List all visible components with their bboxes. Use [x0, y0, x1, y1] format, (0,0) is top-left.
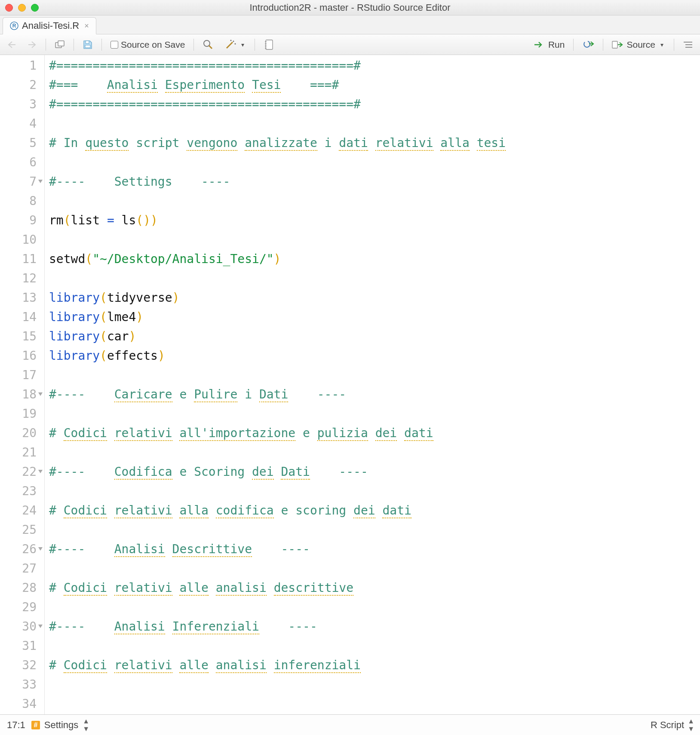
line-gutter[interactable]: 1234567891011121314151617181920212223242…: [0, 55, 45, 714]
code-line[interactable]: library(lme4): [49, 307, 700, 327]
search-icon: [203, 39, 214, 50]
code-line[interactable]: # Codici relativi alla codifica e scorin…: [49, 501, 700, 520]
line-number[interactable]: 14: [0, 307, 44, 327]
updown-icon: ▲▼: [83, 717, 88, 733]
filetype-label[interactable]: R Script: [651, 720, 684, 731]
outline-button[interactable]: [680, 39, 696, 51]
line-number[interactable]: 12: [0, 269, 44, 288]
line-number[interactable]: 32: [0, 655, 44, 675]
code-line[interactable]: [49, 153, 700, 172]
code-line[interactable]: setwd("~/Desktop/Analisi_Tesi/"): [49, 249, 700, 269]
line-number[interactable]: 25: [0, 520, 44, 539]
line-number[interactable]: 27: [0, 559, 44, 578]
line-number[interactable]: 15: [0, 327, 44, 346]
rerun-button[interactable]: [580, 39, 597, 51]
line-number[interactable]: 31: [0, 636, 44, 655]
code-line[interactable]: [49, 365, 700, 385]
line-number[interactable]: 16: [0, 346, 44, 365]
line-number[interactable]: 11: [0, 249, 44, 269]
code-line[interactable]: [49, 694, 700, 714]
compile-report-button[interactable]: [261, 37, 276, 52]
line-number[interactable]: 13: [0, 288, 44, 307]
chevron-down-icon: ▾: [659, 41, 665, 48]
code-line[interactable]: #=== Analisi Esperimento Tesi ===#: [49, 75, 700, 95]
code-line[interactable]: library(tidyverse): [49, 288, 700, 307]
save-icon: [83, 40, 93, 50]
code-line[interactable]: [49, 269, 700, 288]
line-number[interactable]: 29: [0, 597, 44, 617]
line-number[interactable]: 24: [0, 501, 44, 520]
svg-point-9: [233, 40, 234, 42]
line-number[interactable]: 3: [0, 95, 44, 114]
line-number[interactable]: 34: [0, 694, 44, 714]
line-number[interactable]: 28: [0, 578, 44, 597]
find-replace-button[interactable]: [200, 37, 216, 52]
code-line[interactable]: rm(list = ls()): [49, 211, 700, 230]
file-tab-analisi-tesi[interactable]: R Analisi-Tesi.R ×: [3, 17, 96, 34]
code-line[interactable]: [49, 559, 700, 578]
line-number[interactable]: 30: [0, 617, 44, 636]
code-line[interactable]: #---- Codifica e Scoring dei Dati ----: [49, 462, 700, 481]
line-number[interactable]: 4: [0, 114, 44, 133]
source-editor[interactable]: 1234567891011121314151617181920212223242…: [0, 55, 700, 714]
line-number[interactable]: 26: [0, 539, 44, 559]
line-number[interactable]: 23: [0, 481, 44, 501]
editor-toolbar: Source on Save ▾ Run Source ▾: [0, 34, 700, 55]
code-line[interactable]: [49, 443, 700, 462]
line-number[interactable]: 8: [0, 191, 44, 211]
source-on-save-toggle[interactable]: Source on Save: [108, 38, 187, 52]
code-line[interactable]: #---- Analisi Inferenziali ----: [49, 617, 700, 636]
nav-back-button[interactable]: [4, 39, 19, 50]
code-line[interactable]: library(effects): [49, 346, 700, 365]
minimize-window-button[interactable]: [18, 4, 26, 12]
code-line[interactable]: [49, 481, 700, 501]
run-button[interactable]: Run: [531, 38, 568, 52]
code-line[interactable]: # Codici relativi alle analisi inferenzi…: [49, 655, 700, 675]
toolbar-separator: [255, 39, 255, 51]
code-line[interactable]: [49, 636, 700, 655]
code-area[interactable]: #=======================================…: [45, 55, 700, 714]
code-line[interactable]: [49, 675, 700, 694]
code-line[interactable]: [49, 114, 700, 133]
source-button[interactable]: Source ▾: [609, 38, 668, 52]
run-label: Run: [548, 40, 565, 50]
line-number[interactable]: 1: [0, 56, 44, 75]
code-line[interactable]: #---- Analisi Descrittive ----: [49, 539, 700, 559]
nav-forward-button[interactable]: [25, 39, 40, 50]
line-number[interactable]: 19: [0, 404, 44, 423]
close-tab-icon[interactable]: ×: [83, 21, 89, 31]
outline-icon: [683, 40, 693, 49]
code-line[interactable]: # Codici relativi alle analisi descritti…: [49, 578, 700, 597]
line-number[interactable]: 10: [0, 230, 44, 249]
code-line[interactable]: # Codici relativi all'importazione e pul…: [49, 423, 700, 443]
line-number[interactable]: 9: [0, 211, 44, 230]
zoom-window-button[interactable]: [31, 4, 39, 12]
code-line[interactable]: #---- Settings ----: [49, 172, 700, 191]
show-in-new-window-button[interactable]: [52, 38, 68, 51]
code-line[interactable]: [49, 520, 700, 539]
code-line[interactable]: #=======================================…: [49, 95, 700, 114]
line-number[interactable]: 6: [0, 153, 44, 172]
line-number[interactable]: 2: [0, 75, 44, 95]
code-line[interactable]: # In questo script vengono analizzate i …: [49, 133, 700, 153]
line-number[interactable]: 17: [0, 365, 44, 385]
line-number[interactable]: 33: [0, 675, 44, 694]
section-navigator[interactable]: # Settings ▲▼: [31, 717, 88, 733]
line-number[interactable]: 5: [0, 133, 44, 153]
line-number[interactable]: 21: [0, 443, 44, 462]
code-line[interactable]: [49, 191, 700, 211]
code-line[interactable]: [49, 404, 700, 423]
window-titlebar: Introduction2R - master - RStudio Source…: [0, 0, 700, 15]
code-line[interactable]: #=======================================…: [49, 56, 700, 75]
save-button[interactable]: [80, 38, 95, 52]
code-line[interactable]: library(car): [49, 327, 700, 346]
line-number[interactable]: 7: [0, 172, 44, 191]
line-number[interactable]: 20: [0, 423, 44, 443]
line-number[interactable]: 22: [0, 462, 44, 481]
code-line[interactable]: [49, 230, 700, 249]
code-tools-button[interactable]: ▾: [222, 38, 249, 52]
code-line[interactable]: [49, 597, 700, 617]
line-number[interactable]: 18: [0, 385, 44, 404]
code-line[interactable]: #---- Caricare e Pulire i Dati ----: [49, 385, 700, 404]
close-window-button[interactable]: [5, 4, 13, 12]
